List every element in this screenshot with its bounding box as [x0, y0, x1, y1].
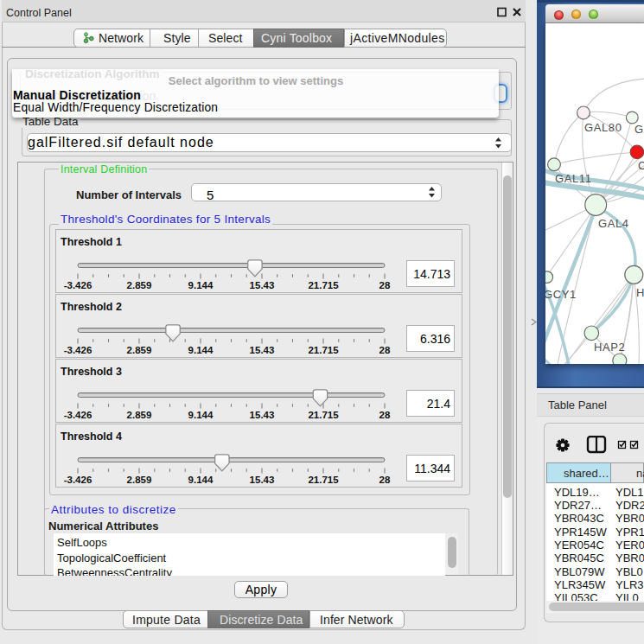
- svg-text:GCY1: GCY1: [545, 288, 577, 301]
- svg-text:9.144: 9.144: [188, 475, 214, 485]
- svg-text:-3.426: -3.426: [64, 345, 92, 355]
- svg-text:9.144: 9.144: [188, 280, 214, 290]
- svg-text:2.859: 2.859: [127, 410, 152, 420]
- svg-text:-3.426: -3.426: [64, 280, 92, 290]
- svg-text:15.43: 15.43: [250, 280, 275, 290]
- svg-text:21.715: 21.715: [308, 475, 339, 485]
- svg-text:2.859: 2.859: [127, 345, 152, 355]
- svg-text:9.144: 9.144: [188, 410, 214, 420]
- svg-text:21.715: 21.715: [308, 345, 339, 355]
- svg-text:15.43: 15.43: [250, 410, 275, 420]
- svg-text:GAL4: GAL4: [598, 217, 629, 230]
- svg-text:21.715: 21.715: [308, 410, 339, 420]
- svg-text:28: 28: [379, 475, 391, 485]
- svg-text:2.859: 2.859: [127, 475, 152, 485]
- svg-text:2.859: 2.859: [127, 280, 152, 290]
- svg-text:28: 28: [379, 345, 391, 355]
- svg-text:GAL11: GAL11: [555, 172, 592, 185]
- svg-text:15.43: 15.43: [250, 475, 275, 485]
- svg-text:HAP2: HAP2: [594, 341, 625, 354]
- svg-text:28: 28: [379, 280, 391, 290]
- svg-text:15.43: 15.43: [250, 345, 275, 355]
- svg-text:9.144: 9.144: [188, 345, 214, 355]
- svg-text:CA: CA: [638, 159, 644, 172]
- svg-text:28: 28: [379, 410, 391, 420]
- svg-text:-3.426: -3.426: [64, 475, 92, 485]
- svg-text:GA: GA: [634, 123, 644, 136]
- svg-text:GAL80: GAL80: [584, 121, 622, 134]
- svg-text:21.715: 21.715: [308, 280, 339, 290]
- svg-text:-3.426: -3.426: [64, 410, 92, 420]
- svg-text:H: H: [636, 286, 644, 299]
